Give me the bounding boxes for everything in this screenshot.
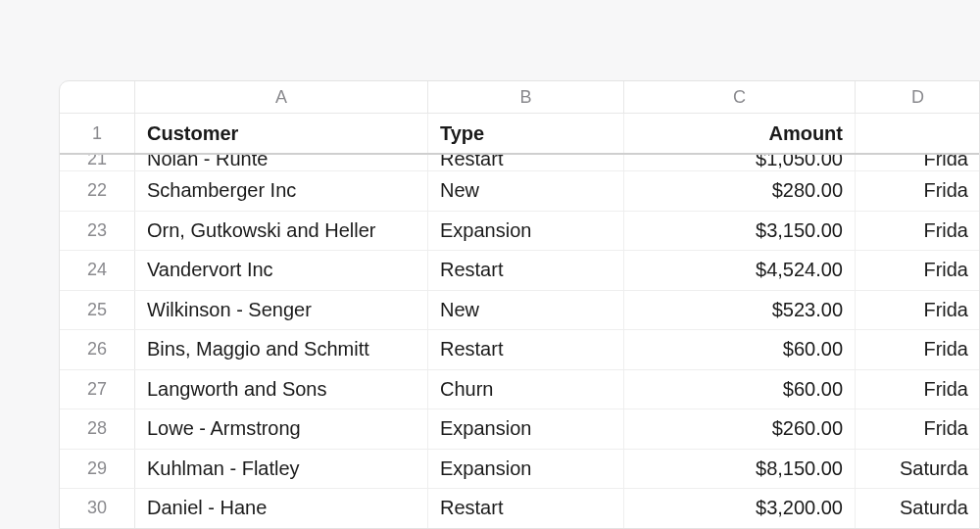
cell-customer[interactable]: Langworth and Sons: [135, 370, 428, 409]
cell-day[interactable]: Frida: [856, 370, 980, 409]
cell-type[interactable]: Expansion: [428, 212, 624, 251]
column-header-a[interactable]: A: [135, 81, 428, 113]
table-row: 26Bins, Maggio and SchmittRestart$60.00F…: [60, 330, 979, 370]
row-number[interactable]: 27: [60, 370, 135, 409]
cell-amount[interactable]: $4,524.00: [624, 251, 856, 290]
header-customer[interactable]: Customer: [135, 114, 428, 153]
row-number[interactable]: 23: [60, 212, 135, 251]
row-number[interactable]: 28: [60, 409, 135, 449]
table-row: 23Orn, Gutkowski and HellerExpansion$3,1…: [60, 212, 979, 252]
cell-day[interactable]: Saturda: [856, 489, 980, 528]
cell-type[interactable]: Churn: [428, 370, 624, 409]
cell-day[interactable]: Frida: [856, 330, 980, 369]
column-headers-row: A B C D: [60, 81, 979, 114]
row-number[interactable]: 1: [60, 114, 135, 153]
cell-customer[interactable]: Bins, Maggio and Schmitt: [135, 330, 428, 369]
cell-day[interactable]: Frida: [856, 155, 979, 170]
header-type[interactable]: Type: [428, 114, 624, 153]
cell-customer[interactable]: Schamberger Inc: [135, 171, 428, 211]
cell-type[interactable]: Expansion: [428, 450, 624, 489]
cell-day[interactable]: Frida: [856, 251, 980, 290]
table-row: 27Langworth and SonsChurn$60.00Frida: [60, 370, 979, 410]
cell-type[interactable]: Restart: [428, 489, 624, 528]
table-row: 24Vandervort IncRestart$4,524.00Frida: [60, 251, 979, 291]
column-header-d[interactable]: D: [856, 81, 980, 113]
cell-amount[interactable]: $1,050.00: [624, 155, 856, 170]
table-row: 30Daniel - HaneRestart$3,200.00Saturda: [60, 489, 979, 529]
cell-day[interactable]: Frida: [856, 212, 980, 251]
cell-amount[interactable]: $8,150.00: [624, 450, 856, 489]
table-row: 21 Nolan - Runte Restart $1,050.00 Frida: [60, 155, 979, 171]
table-body: 22Schamberger IncNew$280.00Frida23Orn, G…: [60, 171, 979, 529]
cell-customer[interactable]: Vandervort Inc: [135, 251, 428, 290]
cell-day[interactable]: Saturda: [856, 450, 980, 489]
cell-type[interactable]: Expansion: [428, 409, 624, 449]
row-number[interactable]: 30: [60, 489, 135, 528]
cell-amount[interactable]: $280.00: [624, 171, 856, 211]
row-number[interactable]: 26: [60, 330, 135, 369]
table-row: 25Wilkinson - SengerNew$523.00Frida: [60, 291, 979, 331]
cell-amount[interactable]: $3,150.00: [624, 212, 856, 251]
table-row: 29Kuhlman - FlatleyExpansion$8,150.00Sat…: [60, 450, 979, 490]
cell-amount[interactable]: $3,200.00: [624, 489, 856, 528]
column-header-b[interactable]: B: [428, 81, 624, 113]
corner-cell[interactable]: [60, 81, 135, 113]
row-number[interactable]: 29: [60, 450, 135, 489]
cell-customer[interactable]: Nolan - Runte: [135, 155, 428, 170]
cell-customer[interactable]: Daniel - Hane: [135, 489, 428, 528]
cell-amount[interactable]: $260.00: [624, 409, 856, 449]
table-row: 22Schamberger IncNew$280.00Frida: [60, 171, 979, 212]
row-number[interactable]: 25: [60, 291, 135, 330]
cell-amount[interactable]: $60.00: [624, 370, 856, 409]
cell-amount[interactable]: $523.00: [624, 291, 856, 330]
cell-day[interactable]: Frida: [856, 171, 980, 211]
cell-type[interactable]: New: [428, 171, 624, 211]
cell-day[interactable]: Frida: [856, 291, 980, 330]
cell-customer[interactable]: Kuhlman - Flatley: [135, 450, 428, 489]
cell-day[interactable]: Frida: [856, 409, 980, 449]
cell-customer[interactable]: Wilkinson - Senger: [135, 291, 428, 330]
cell-customer[interactable]: Lowe - Armstrong: [135, 409, 428, 449]
cell-type[interactable]: Restart: [428, 251, 624, 290]
header-amount[interactable]: Amount: [624, 114, 856, 153]
row-number[interactable]: 21: [60, 155, 135, 170]
table-row: 28Lowe - ArmstrongExpansion$260.00Frida: [60, 409, 979, 450]
spreadsheet[interactable]: A B C D 1 Customer Type Amount 21 Nolan …: [59, 80, 980, 529]
cell-customer[interactable]: Orn, Gutkowski and Heller: [135, 212, 428, 251]
row-number[interactable]: 24: [60, 251, 135, 290]
row-number[interactable]: 22: [60, 171, 135, 211]
cell-type[interactable]: Restart: [428, 155, 624, 170]
cell-type[interactable]: Restart: [428, 330, 624, 369]
header-day[interactable]: [856, 114, 980, 153]
column-header-c[interactable]: C: [624, 81, 856, 113]
cell-type[interactable]: New: [428, 291, 624, 330]
cell-amount[interactable]: $60.00: [624, 330, 856, 369]
frozen-header-row: 1 Customer Type Amount: [60, 114, 979, 155]
